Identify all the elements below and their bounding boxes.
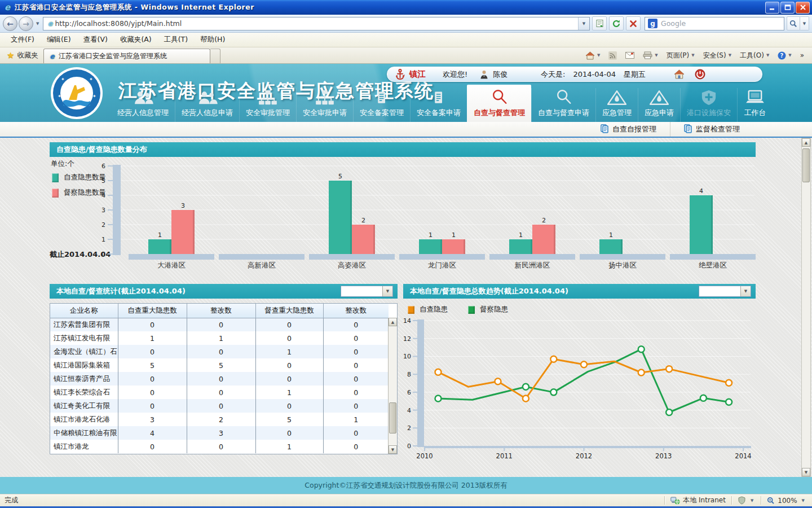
menu-item[interactable]: 编辑(E) [41,33,77,47]
minimize-button[interactable] [765,2,779,14]
address-dropdown-icon[interactable]: ▼ [578,17,589,30]
subnav-item[interactable]: 监督检查管理 [670,122,753,137]
zoom-icon [767,497,775,505]
nav-item-label: 安全审批管理 [246,108,290,118]
people-icon [196,88,219,106]
svg-text:高新港区: 高新港区 [248,261,276,269]
stop-button[interactable] [626,16,641,30]
table-row[interactable]: 镇江市港龙石化港3251 [50,413,389,426]
value-cell: 5 [255,413,323,426]
svg-text:?: ? [780,52,784,59]
page-scrollbar-thumb[interactable] [802,148,810,182]
value-cell: 0 [255,318,323,331]
value-cell: 5 [187,358,255,372]
logout-power-icon[interactable] [695,69,705,80]
legend-label-selfcheck-trend: 自查隐患 [420,305,448,314]
back-button[interactable]: ← [3,16,17,31]
command-button[interactable]: 工具(O)▼ [736,47,773,63]
favorites-label[interactable]: 收藏夹 [17,51,38,60]
maximize-button[interactable] [780,2,795,14]
zoom-level[interactable]: 100% [778,497,797,505]
feeds-icon[interactable] [604,47,621,63]
address-field[interactable]: e http://localhost:8080/yjpt/Main.html ▼ [43,17,590,30]
table-row[interactable]: 金海宏业（镇江）石0010 [50,345,389,358]
search-box[interactable]: g Google [645,17,784,30]
svg-text:3: 3 [102,207,105,214]
table-scrollbar-thumb[interactable] [389,402,396,433]
page-scroll-down-icon[interactable]: ▼ [802,468,810,476]
read-mail-icon[interactable] [621,47,638,63]
table-row[interactable]: 镇江港国际集装箱5500 [50,358,389,372]
table-filter-select[interactable]: ▼ [341,286,393,297]
recent-pages-icon[interactable]: ▼ [34,21,41,26]
table-row[interactable]: 镇江恒泰沥青产品0000 [50,372,389,386]
command-button[interactable]: 页面(P)▼ [663,47,699,63]
nav-item-search-active[interactable]: 自查与督查管理 [467,85,531,122]
browser-window: e 江苏省港口安全监管与应急管理系统 - Windows Internet Ex… [0,0,812,508]
chevron-overflow-icon[interactable]: » [796,47,808,63]
table-row[interactable]: 江苏镇江发电有限1100 [50,331,389,345]
subnav-item[interactable]: 自查自报管理 [587,122,670,137]
nav-item-doc[interactable]: 安全备案管理 [353,88,410,122]
table-filter-dropdown-icon[interactable]: ▼ [382,286,392,296]
refresh-button[interactable] [609,16,624,30]
document-blue-icon [601,124,608,135]
table-scroll-up-icon[interactable]: ▲ [389,318,397,326]
home-icon[interactable]: ▼ [581,47,604,63]
home-shortcut-icon[interactable] [674,69,685,79]
menu-item[interactable]: 帮助(H) [194,33,231,47]
menu-item[interactable]: 工具(T) [158,33,194,47]
nav-item-alert[interactable]: 应急申请 [638,88,680,122]
table-row[interactable]: 江苏索普集团有限0000 [50,318,389,331]
new-tab-stub[interactable] [210,49,220,63]
compatibility-view-button[interactable] [592,16,607,30]
nav-item-alert[interactable]: 应急管理 [595,88,638,122]
line-chart-legend: 自查隐患 督察隐患 [408,305,508,314]
nav-item-flow[interactable]: 安全审批管理 [239,88,296,122]
nav-item-flow[interactable]: 安全审批申请 [296,88,353,122]
nav-item-doc[interactable]: 安全备案申请 [410,88,467,122]
alert-icon [648,88,670,106]
favorites-button[interactable]: ★ 收藏夹 [2,47,43,63]
zoom-control[interactable]: 100% ▼ [761,494,812,506]
table-row[interactable]: 镇江李长荣综合石0010 [50,386,389,399]
nav-item-laptop[interactable]: 工作台 [737,88,773,122]
search-options-icon[interactable]: ▼ [800,16,809,30]
print-icon[interactable]: ▼ [639,47,661,63]
forward-button[interactable]: → [19,16,33,31]
help-icon[interactable]: ?▼ [774,47,795,63]
trend-filter-dropdown-icon[interactable]: ▼ [740,286,751,296]
address-url[interactable]: http://localhost:8080/yjpt/Main.html [55,19,578,28]
table-row[interactable]: 中储粮镇江粮油有限4300 [50,426,389,440]
svg-text:4: 4 [699,187,703,195]
table-scrollbar[interactable]: ▲ ▼ [388,318,397,454]
search-button[interactable] [787,16,800,30]
trend-filter-select[interactable]: ▼ [699,286,751,297]
menu-item[interactable]: 收藏夹(A) [114,33,158,47]
browser-tab[interactable]: e 江苏省港口安全监管与应急管理系统 [43,49,210,63]
table-panel-title: 本地自查/督查统计(截止2014.04.04) [56,286,186,296]
protected-mode-button[interactable]: ▼ [732,494,761,506]
value-cell: 0 [323,331,389,345]
nav-item-people[interactable]: 经营人信息管理 [111,88,175,122]
svg-text:0: 0 [102,251,105,258]
menu-item[interactable]: 文件(F) [5,33,41,47]
table-row[interactable]: 镇江市港龙0010 [50,440,389,453]
nav-item-search[interactable]: 自查与督查申请 [531,88,595,122]
legend-swatch-supervision-trend [468,306,475,314]
table-scroll-down-icon[interactable]: ▼ [389,445,397,454]
shield-icon [699,88,718,106]
nav-item-people[interactable]: 经营人信息申请 [175,88,239,122]
command-button[interactable]: 安全(S)▼ [699,47,735,63]
close-button[interactable] [796,2,810,14]
page-scroll-up-icon[interactable]: ▲ [802,138,810,147]
nav-item-shield: 港口设施保安 [680,88,737,122]
user-name[interactable]: 陈俊 [493,69,508,80]
page-scrollbar[interactable]: ▲ ▼ [801,138,811,477]
svg-text:2: 2 [407,424,411,432]
menu-item[interactable]: 查看(V) [77,33,114,47]
search-placeholder[interactable]: Google [661,19,781,28]
table-row[interactable]: 镇江奇美化工有限0000 [50,399,389,413]
document-blue-icon [684,124,692,135]
tab-title[interactable]: 江苏省港口安全监管与应急管理系统 [59,51,167,61]
